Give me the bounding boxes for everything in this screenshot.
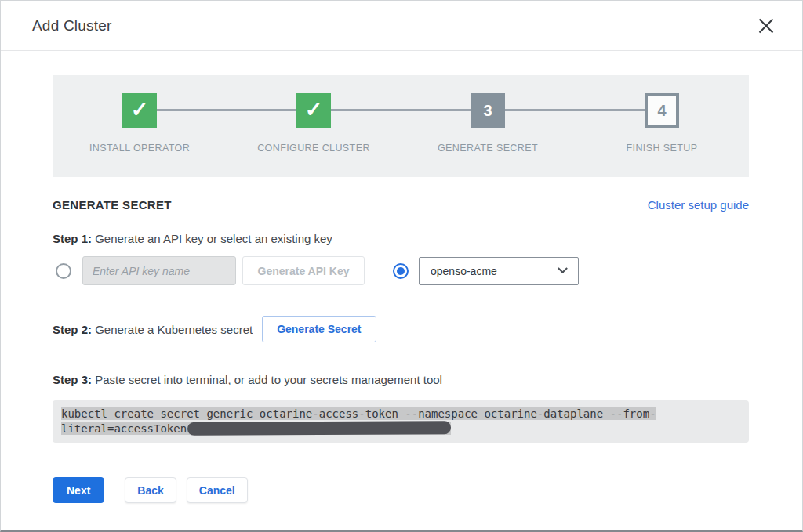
footer-buttons: Next Back Cancel (53, 477, 749, 503)
cluster-setup-guide-link[interactable]: Cluster setup guide (648, 198, 749, 212)
radio-new-api-key[interactable] (56, 263, 71, 279)
page-title: Add Cluster (32, 17, 111, 34)
dialog-header: Add Cluster (1, 1, 802, 51)
generate-secret-button[interactable]: Generate Secret (262, 316, 376, 342)
section-heading-row: GENERATE SECRET Cluster setup guide (53, 198, 749, 212)
step3-label-bold: Step 3: (53, 373, 92, 386)
command-line-2: literal=accessToken (61, 422, 740, 436)
command-line-2-prefix: literal=accessToken (61, 422, 187, 435)
step2-row: Step 2: Generate a Kubernetes secret Gen… (53, 316, 749, 342)
step-label-finish-setup: FINISH SETUP (627, 143, 698, 154)
command-line-1: kubectl create secret generic octarine-a… (61, 407, 740, 422)
command-line-1-text: kubectl create secret generic octarine-a… (61, 407, 656, 420)
step-label-configure-cluster: CONFIGURE CLUSTER (257, 143, 370, 154)
radio-existing-api-key[interactable] (393, 263, 409, 279)
dialog-content: ✓ INSTALL OPERATOR ✓ CONFIGURE CLUSTER 3… (1, 51, 802, 503)
next-button[interactable]: Next (53, 477, 104, 503)
step-generate-secret: 3 GENERATE SECRET (401, 93, 575, 177)
step-install-operator: ✓ INSTALL OPERATOR (53, 93, 227, 177)
add-cluster-dialog: Add Cluster ✓ INSTALL OPERATOR ✓ CONFIGU… (0, 0, 803, 532)
step2-label: Step 2: Generate a Kubernetes secret (53, 323, 253, 336)
step3-label-rest: Paste secret into terminal, or add to yo… (92, 373, 442, 386)
back-button[interactable]: Back (125, 477, 176, 503)
close-icon[interactable] (755, 15, 777, 37)
secret-command-block[interactable]: kubectl create secret generic octarine-a… (53, 400, 749, 443)
step1-label: Step 1: Generate an API key or select an… (53, 232, 749, 245)
step2-label-rest: Generate a Kubernetes secret (92, 323, 253, 336)
step-label-install-operator: INSTALL OPERATOR (89, 143, 190, 154)
step-finish-setup: 4 FINISH SETUP (575, 93, 749, 177)
api-key-select-value: openso-acme (431, 265, 497, 277)
step1-controls: Generate API Key openso-acme (53, 256, 749, 285)
step3-label: Step 3: Paste secret into terminal, or a… (53, 373, 749, 386)
redacted-token (187, 421, 451, 436)
step-label-generate-secret: GENERATE SECRET (438, 143, 538, 154)
step2-label-bold: Step 2: (53, 323, 92, 336)
check-icon: ✓ (131, 100, 149, 121)
step1-label-rest: Generate an API key or select an existin… (92, 232, 332, 245)
step-configure-cluster: ✓ CONFIGURE CLUSTER (227, 93, 401, 177)
chevron-down-icon (558, 263, 568, 273)
api-key-name-input[interactable] (82, 256, 236, 285)
check-icon: ✓ (305, 100, 323, 121)
step-number-box: 3 (471, 93, 505, 128)
step-complete-box: ✓ (296, 93, 331, 128)
generate-api-key-button[interactable]: Generate API Key (242, 256, 365, 285)
step1-label-bold: Step 1: (53, 232, 92, 245)
cancel-button[interactable]: Cancel (187, 477, 248, 503)
section-title: GENERATE SECRET (53, 198, 172, 212)
api-key-select[interactable]: openso-acme (419, 257, 579, 285)
stepper: ✓ INSTALL OPERATOR ✓ CONFIGURE CLUSTER 3… (53, 75, 749, 177)
step-number-box: 4 (645, 93, 679, 128)
step-complete-box: ✓ (122, 93, 157, 128)
